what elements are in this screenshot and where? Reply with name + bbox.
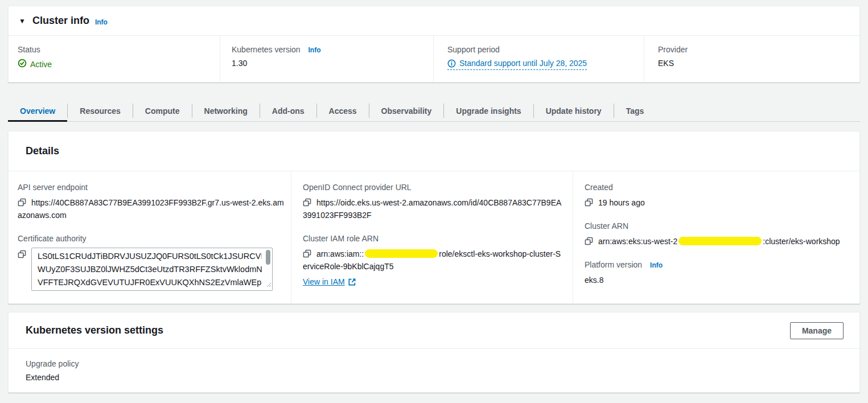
kubernetes-version-settings-title: Kubernetes version settings xyxy=(26,324,790,336)
upgrade-policy-value: Extended xyxy=(26,373,859,382)
view-in-iam-link[interactable]: View in IAM xyxy=(303,277,356,286)
cluster-arn-prefix: arn:aws:eks:us-west-2 xyxy=(598,237,677,246)
oidc-url-value: https://oidc.eks.us-west-2.amazonaws.com… xyxy=(303,198,561,220)
status-label: Status xyxy=(18,45,220,54)
upgrade-policy-label: Upgrade policy xyxy=(26,359,859,368)
tab-networking[interactable]: Networking xyxy=(192,100,260,121)
certificate-authority-label: Certificate authority xyxy=(18,234,284,243)
details-col-left: API server endpoint https://40CB887A83C7… xyxy=(9,171,291,303)
upgrade-policy-field: Upgrade policy Extended xyxy=(9,349,859,382)
oidc-url-label: OpenID Connect provider URL xyxy=(303,183,562,192)
cluster-iam-role-arn-label: Cluster IAM role ARN xyxy=(303,234,562,243)
tab-compute[interactable]: Compute xyxy=(133,100,192,121)
details-col-middle: OpenID Connect provider URL https://oidc… xyxy=(291,171,573,303)
api-server-endpoint-field: API server endpoint https://40CB887A83C7… xyxy=(18,183,284,221)
copy-icon[interactable] xyxy=(303,249,311,258)
copy-icon[interactable] xyxy=(585,237,593,245)
platform-version-label: Platform version xyxy=(585,260,642,269)
cluster-info-title: Cluster info xyxy=(32,15,89,27)
tab-tags[interactable]: Tags xyxy=(614,100,656,121)
certificate-authority-textarea[interactable]: LS0tLS1CRUdJTiBDRVJUSUZJQ0FURS0tLS0tCk1J… xyxy=(31,248,273,291)
kubernetes-version-settings-panel: Kubernetes version settings Manage Upgra… xyxy=(8,312,860,393)
cluster-tabs: Overview Resources Compute Networking Ad… xyxy=(8,100,860,122)
created-field: Created 19 hours ago xyxy=(585,183,848,209)
kubernetes-version-info-link[interactable]: Info xyxy=(308,46,321,54)
api-server-endpoint-value: https://40CB887A83C77B9EA3991023FF993B2F… xyxy=(18,198,284,220)
redacted-account-id xyxy=(365,249,438,258)
copy-icon[interactable] xyxy=(585,198,593,207)
details-header: Details xyxy=(9,131,859,171)
provider-field: Provider EKS xyxy=(644,36,859,83)
details-title: Details xyxy=(26,145,59,157)
copy-icon[interactable] xyxy=(303,198,311,207)
details-fields: API server endpoint https://40CB887A83C7… xyxy=(9,171,859,303)
eks-cluster-page: ▼ Cluster info Info Status Active Kubern… xyxy=(0,0,868,403)
platform-version-field: Platform version Info eks.8 xyxy=(585,260,848,286)
oidc-url-field: OpenID Connect provider URL https://oidc… xyxy=(303,183,562,221)
created-label: Created xyxy=(585,183,848,192)
collapse-caret-icon[interactable]: ▼ xyxy=(19,17,26,25)
cluster-arn-field: Cluster ARN arn:aws:eks:us-west-2:cluste… xyxy=(585,221,848,248)
cluster-iam-role-arn-field: Cluster IAM role ARN arn:aws:iam::role/e… xyxy=(303,234,562,287)
cluster-info-fields: Status Active Kubernetes version Info 1.… xyxy=(9,36,859,83)
provider-label: Provider xyxy=(658,45,859,54)
api-server-endpoint-label: API server endpoint xyxy=(18,183,284,192)
cluster-info-info-link[interactable]: Info xyxy=(95,18,108,26)
textarea-scrollbar[interactable] xyxy=(266,250,270,265)
status-field: Status Active xyxy=(9,36,220,83)
cluster-info-panel: ▼ Cluster info Info Status Active Kubern… xyxy=(8,6,860,83)
textarea-resize-grip[interactable] xyxy=(266,279,271,290)
iam-arn-prefix: arn:aws:iam:: xyxy=(316,249,364,258)
manage-button[interactable]: Manage xyxy=(790,322,844,339)
tab-resources[interactable]: Resources xyxy=(68,100,133,121)
tab-observability[interactable]: Observability xyxy=(369,100,444,121)
support-period-label: Support period xyxy=(447,45,644,54)
cluster-arn-label: Cluster ARN xyxy=(585,221,848,231)
tab-update-history[interactable]: Update history xyxy=(534,100,614,121)
platform-version-info-link[interactable]: Info xyxy=(650,261,663,269)
copy-icon[interactable] xyxy=(18,198,26,207)
created-value: 19 hours ago xyxy=(598,198,645,207)
kubernetes-version-settings-header: Kubernetes version settings Manage xyxy=(9,312,859,349)
kubernetes-version-value: 1.30 xyxy=(232,59,433,68)
tab-add-ons[interactable]: Add-ons xyxy=(260,100,316,121)
platform-version-value: eks.8 xyxy=(585,274,848,286)
certificate-authority-field: Certificate authority LS0tLS1CRUdJTiBDRV… xyxy=(18,234,284,291)
provider-value: EKS xyxy=(658,59,859,68)
kubernetes-version-field: Kubernetes version Info 1.30 xyxy=(220,36,433,83)
tab-overview[interactable]: Overview xyxy=(8,100,67,121)
details-panel: Details API server endpoint https://40CB… xyxy=(8,131,860,304)
copy-icon[interactable] xyxy=(18,250,26,258)
tab-upgrade-insights[interactable]: Upgrade insights xyxy=(444,100,533,121)
support-period-link[interactable]: Standard support until July 28, 2025 xyxy=(447,59,587,70)
tab-access[interactable]: Access xyxy=(317,100,369,121)
redacted-account-id xyxy=(678,237,762,245)
kubernetes-version-label: Kubernetes version xyxy=(232,45,301,54)
support-period-field: Support period Standard support until Ju… xyxy=(433,36,644,83)
external-link-icon xyxy=(348,278,356,286)
cluster-info-header: ▼ Cluster info Info xyxy=(9,6,859,36)
details-col-right: Created 19 hours ago Cluster ARN arn:aws… xyxy=(573,171,859,303)
status-check-icon xyxy=(18,59,27,69)
cluster-arn-suffix: :cluster/eks-workshop xyxy=(763,237,840,246)
info-circle-icon xyxy=(447,59,456,68)
status-value: Active xyxy=(30,60,52,69)
